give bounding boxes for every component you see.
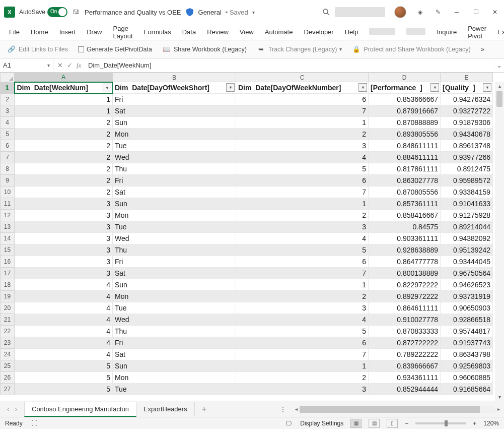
col-header-c[interactable]: C [236, 73, 369, 82]
tab-view[interactable]: View [235, 25, 259, 39]
cell[interactable]: Sun [113, 198, 236, 210]
cell[interactable]: 3 [236, 140, 369, 152]
cell[interactable]: 0.93272722 [441, 105, 493, 117]
cell[interactable]: 2 [15, 140, 113, 152]
row-header[interactable]: 23 [1, 337, 15, 349]
cell[interactable]: 0.96060885 [441, 372, 493, 384]
row-header[interactable]: 12 [1, 210, 15, 221]
cell[interactable]: 0.92866518 [441, 314, 493, 326]
chevron-down-icon[interactable]: ▾ [252, 10, 255, 15]
add-sheet-button[interactable]: + [195, 405, 213, 414]
table-row[interactable]: 204Tue30.8646111110.90650903 [1, 302, 493, 314]
display-settings-icon[interactable]: 🖵 [284, 419, 293, 428]
cell[interactable]: 0.822972222 [369, 279, 441, 291]
row-header[interactable]: 4 [1, 117, 15, 129]
cell[interactable]: 0.928638889 [369, 244, 441, 256]
col-header-d[interactable]: D [369, 73, 441, 82]
cell[interactable]: 7 [236, 105, 369, 117]
cell[interactable]: 0.892972222 [369, 291, 441, 302]
cell[interactable]: 4 [15, 291, 113, 302]
cell[interactable]: 3 [15, 198, 113, 210]
row-header[interactable]: 20 [1, 302, 15, 314]
row-header[interactable]: 9 [1, 175, 15, 187]
prev-sheet-icon[interactable]: ‹ [7, 406, 9, 413]
zoom-in-button[interactable]: + [473, 420, 476, 427]
cell[interactable]: 2 [15, 117, 113, 129]
cell[interactable]: 0.93384159 [441, 187, 493, 198]
cell[interactable]: Sat [113, 187, 236, 198]
cell[interactable]: 6 [236, 337, 369, 349]
cell[interactable]: 0.86343798 [441, 349, 493, 360]
cell[interactable]: 0.870888889 [369, 117, 441, 129]
cell[interactable]: Mon [113, 129, 236, 140]
zoom-handle[interactable] [445, 420, 448, 426]
quill-icon[interactable]: ✎ [434, 8, 443, 17]
row-header[interactable]: 2 [1, 94, 15, 105]
cell[interactable]: 1 [236, 198, 369, 210]
row-header[interactable]: 18 [1, 279, 15, 291]
cell[interactable]: 3 [15, 233, 113, 244]
table-row[interactable]: 234Fri60.8727222220.91937743 [1, 337, 493, 349]
cell[interactable]: 0.93731919 [441, 291, 493, 302]
cell[interactable]: Sun [113, 360, 236, 372]
cell[interactable]: 4 [15, 349, 113, 360]
row-header[interactable]: 3 [1, 105, 15, 117]
filter-button[interactable]: ▾ [226, 83, 235, 92]
cell[interactable]: 0.853666667 [369, 94, 441, 105]
cell[interactable]: 0.893805556 [369, 129, 441, 140]
cell[interactable]: 2 [236, 372, 369, 384]
cell[interactable]: 0.8912475 [441, 163, 493, 175]
cell[interactable]: 6 [236, 94, 369, 105]
cell[interactable]: 0.864611111 [369, 302, 441, 314]
cell[interactable]: Mon [113, 210, 236, 221]
tab-power-pivot[interactable]: Power Pivot [463, 22, 491, 43]
table-row[interactable]: 31Sat70.8799166670.93272722 [1, 105, 493, 117]
autosave-toggle[interactable]: AutoSave On [19, 7, 67, 17]
cell[interactable]: 0.95989572 [441, 175, 493, 187]
tab-overflow[interactable]: Ex [492, 25, 504, 39]
table-header-cell[interactable]: Dim_Date[DayOfWeekNumber]▾ [236, 82, 369, 94]
table-header-cell[interactable]: Dim_Date[DayOfWeekShort]▾ [113, 82, 236, 94]
table-row[interactable]: 133Tue30.845750.89214044 [1, 221, 493, 233]
horizontal-scrollbar[interactable]: ◂ ▸ [291, 406, 504, 413]
table-row[interactable]: 214Wed40.9100277780.92866518 [1, 314, 493, 326]
cell[interactable]: 1 [15, 105, 113, 117]
scroll-up-icon[interactable]: ▴ [495, 82, 504, 90]
cell[interactable]: 0.884611111 [369, 152, 441, 163]
cell[interactable]: 0.91275928 [441, 210, 493, 221]
tab-draw[interactable]: Draw [82, 25, 107, 39]
cell[interactable]: Sun [113, 279, 236, 291]
cell[interactable]: 2 [15, 175, 113, 187]
cell[interactable]: 3 [15, 244, 113, 256]
cell[interactable]: Wed [113, 314, 236, 326]
cell[interactable]: Tue [113, 221, 236, 233]
cell[interactable]: 0.89214044 [441, 221, 493, 233]
accessibility-icon[interactable]: ⛶ [30, 419, 39, 428]
table-row[interactable]: 62Tue30.8486111110.89613748 [1, 140, 493, 152]
cell[interactable]: 0.789222222 [369, 349, 441, 360]
row-header[interactable]: 8 [1, 163, 15, 175]
search-icon[interactable] [322, 8, 331, 17]
cell[interactable]: 6 [236, 256, 369, 268]
table-row[interactable]: 265Mon20.9343611110.96060885 [1, 372, 493, 384]
row-header[interactable]: 7 [1, 152, 15, 163]
cell[interactable]: Sat [113, 268, 236, 279]
table-row[interactable]: 82Thu50.8178611110.8912475 [1, 163, 493, 175]
cell[interactable]: 2 [15, 163, 113, 175]
spreadsheet-grid[interactable]: A B C D E 1 Dim_Date[WeekNum]▾ Dim_Date[… [0, 73, 504, 401]
cell[interactable]: 0.910027778 [369, 314, 441, 326]
cell[interactable]: 2 [236, 291, 369, 302]
fx-icon[interactable]: fx [77, 61, 81, 70]
cell[interactable]: 5 [15, 384, 113, 395]
cell[interactable]: 0.89613748 [441, 140, 493, 152]
toggle-switch[interactable]: On [47, 7, 67, 17]
cell[interactable]: 2 [15, 129, 113, 140]
table-row[interactable]: 224Thu50.8708333330.95744817 [1, 326, 493, 337]
cell[interactable]: 0.91937743 [441, 337, 493, 349]
cell[interactable]: 3 [15, 268, 113, 279]
ribbon-overflow[interactable]: » [481, 46, 484, 53]
cell[interactable]: 7 [236, 187, 369, 198]
cell[interactable]: 3 [236, 384, 369, 395]
cell[interactable]: 3 [236, 221, 369, 233]
sheet-tab-active[interactable]: Contoso Engineering Manufacturi [24, 402, 136, 417]
